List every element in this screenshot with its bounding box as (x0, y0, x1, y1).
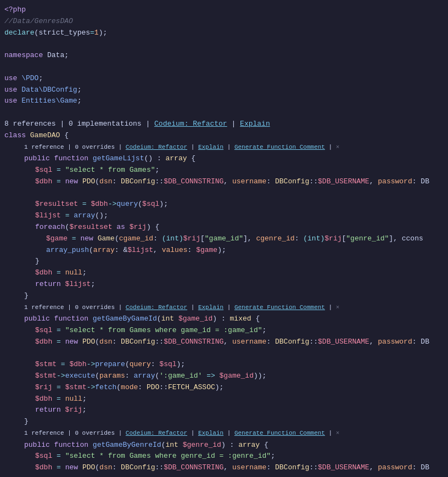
generate-comment-link-2[interactable]: Generate Function Comment (234, 304, 325, 311)
explain-link-3[interactable]: Explain (198, 430, 223, 436)
namespace-keyword: namespace (4, 50, 47, 61)
php-tag: <?php (4, 4, 26, 16)
codeium-explain-link[interactable]: Explain (240, 119, 270, 130)
code-line: $dbh = new PDO(dsn: DBConfig::$DB_CONNST… (0, 336, 448, 348)
refactor-link-2[interactable]: Codeium: Refactor (126, 304, 187, 311)
close-meta-2[interactable]: × (336, 304, 340, 311)
use-keyword: use (4, 96, 21, 107)
code-line: class GameDAO { (0, 130, 448, 142)
code-line: 8 references | 0 implementations | Codei… (0, 119, 448, 130)
code-line (0, 38, 448, 50)
code-line: public function getGameByGenreId(int $ge… (0, 440, 448, 451)
code-line: foreach($resultset as $rij) { (0, 222, 448, 233)
code-editor: <?php //Data/GenresDAO declare(strict_ty… (0, 0, 448, 477)
code-line: $stmt = $dbh->prepare(query: $sql); (0, 359, 448, 371)
code-line: $dbh = new PDO(dsn: DBConfig::$DB_CONNST… (0, 462, 448, 474)
code-line (0, 474, 448, 477)
code-line: return $rij; (0, 405, 448, 416)
code-line: $dbh = new PDO(dsn: DBConfig::$DB_CONNST… (0, 176, 448, 188)
close-meta[interactable]: × (336, 144, 340, 150)
code-line: return $lijst; (0, 279, 448, 290)
refactor-link-3[interactable]: Codeium: Refactor (126, 430, 187, 436)
code-line: namespace Data; (0, 50, 448, 61)
code-line: use Entities\Game; (0, 96, 448, 107)
code-line: $rij = $stmt->fetch(mode: PDO::FETCH_ASS… (0, 382, 448, 394)
code-line (0, 107, 448, 119)
code-line (0, 61, 448, 73)
code-line: $dbh = null; (0, 267, 448, 279)
code-line: } (0, 416, 448, 428)
use-keyword: use (4, 85, 21, 96)
code-line: $stmt->execute(params: array(':game_id' … (0, 371, 448, 382)
code-line (0, 188, 448, 199)
code-line: //Data/GenresDAO (0, 16, 448, 27)
code-line: $lijst = array(); (0, 210, 448, 222)
code-line: } (0, 290, 448, 302)
class-keyword: class (4, 130, 30, 142)
generate-comment-link-3[interactable]: Generate Function Comment (234, 430, 325, 436)
generate-comment-link[interactable]: Generate Function Comment (234, 144, 325, 150)
comment: //Data/GenresDAO (4, 16, 73, 27)
references-text: 8 references | 0 implementations | (4, 119, 154, 130)
meta-line: 1 reference | 0 overrides | Codeium: Ref… (0, 428, 448, 440)
code-line: array_push(array: &$lijst, values: $game… (0, 245, 448, 256)
explain-link-2[interactable]: Explain (198, 304, 223, 311)
code-line: $dbh = null; (0, 394, 448, 405)
code-line: } (0, 256, 448, 267)
code-line: public function getGameByGameId(int $gam… (0, 313, 448, 325)
code-line: public function getGameLijst() : array { (0, 153, 448, 165)
code-line: $sql = "select * from Games where genre_… (0, 451, 448, 462)
access-modifier: public (24, 153, 54, 165)
code-line: <?php (0, 4, 448, 16)
variable: $sql (35, 165, 52, 176)
code-line: use Data\DBConfig; (0, 85, 448, 96)
code-line: $resultset = $dbh->query($sql); (0, 199, 448, 210)
refactor-link[interactable]: Codeium: Refactor (126, 144, 187, 150)
code-line: declare(strict_types=1); (0, 27, 448, 39)
code-line: use \PDO; (0, 73, 448, 85)
declare-keyword: declare (4, 27, 35, 39)
codeium-refactor-link[interactable]: Codeium: Refactor (154, 119, 227, 130)
code-line: $sql = "select * from Games"; (0, 165, 448, 176)
code-line (0, 348, 448, 360)
meta-line: 1 reference | 0 overrides | Codeium: Ref… (0, 302, 448, 314)
explain-link[interactable]: Explain (198, 144, 223, 150)
use-keyword: use (4, 73, 21, 85)
code-line: $game = new Game(cgame_id: (int)$rij["ga… (0, 233, 448, 245)
close-meta-3[interactable]: × (336, 430, 340, 436)
meta-line: 1 reference | 0 overrides | Codeium: Ref… (0, 142, 448, 154)
code-line: $sql = "select * from Games where game_i… (0, 325, 448, 336)
